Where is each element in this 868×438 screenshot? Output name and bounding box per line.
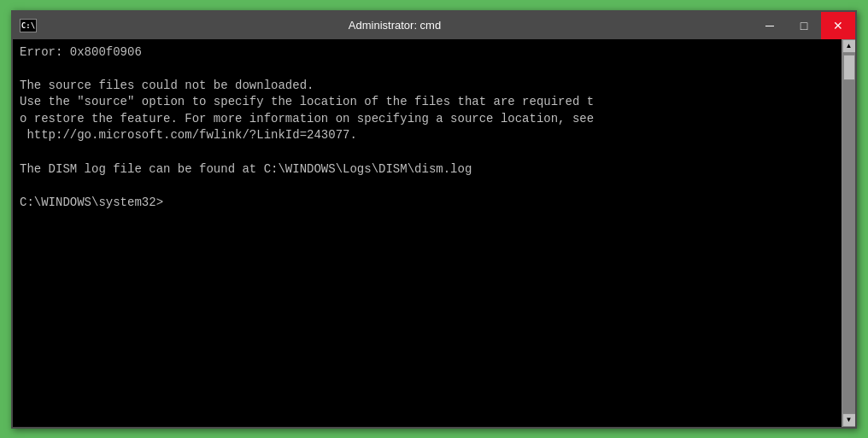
titlebar: C:\ Administrator: cmd ─ □ ✕	[13, 12, 855, 39]
restore-button[interactable]: □	[787, 12, 821, 39]
scroll-down-button[interactable]: ▼	[842, 413, 856, 427]
window-body: Error: 0x800f0906 The source files could…	[13, 39, 855, 427]
scrollbar-track[interactable]	[842, 53, 856, 413]
window-title: Administrator: cmd	[37, 19, 753, 32]
scroll-up-button[interactable]: ▲	[842, 39, 856, 53]
titlebar-buttons: ─ □ ✕	[753, 12, 855, 39]
cmd-window: C:\ Administrator: cmd ─ □ ✕ Error: 0x80…	[11, 10, 857, 429]
close-button[interactable]: ✕	[821, 12, 855, 39]
scrollbar[interactable]: ▲ ▼	[842, 39, 855, 427]
titlebar-left: C:\	[20, 19, 37, 32]
terminal[interactable]: Error: 0x800f0906 The source files could…	[13, 39, 842, 427]
cmd-icon-label: C:\	[21, 21, 35, 30]
minimize-button[interactable]: ─	[753, 12, 787, 39]
scrollbar-thumb[interactable]	[843, 55, 855, 80]
cmd-icon: C:\	[20, 19, 37, 32]
terminal-output: Error: 0x800f0906 The source files could…	[20, 44, 835, 212]
